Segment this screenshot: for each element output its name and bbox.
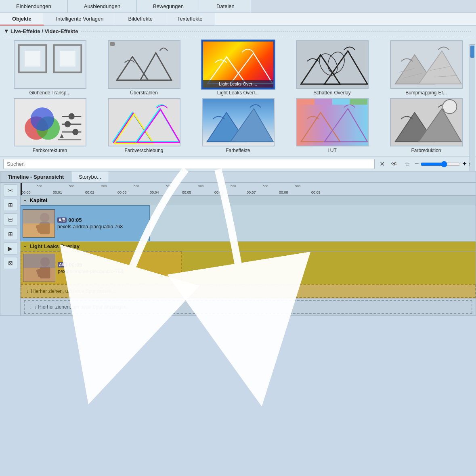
clip-filename: pexels-andrea-piacquadio-768 (57, 224, 148, 230)
svg-point-20 (30, 107, 54, 131)
track-collapse-icon[interactable]: − (24, 198, 26, 203)
zoom-minus-icon[interactable]: − (415, 160, 419, 168)
zoom-slider[interactable] (420, 161, 461, 167)
svg-marker-31 (114, 114, 153, 144)
svg-rect-40 (332, 99, 350, 105)
section-title: Live-Effekte / Video-Effekte (10, 28, 78, 34)
tab-bildeffekte[interactable]: Bildeffekte (116, 13, 165, 25)
svg-rect-38 (297, 99, 315, 105)
tab-timeline[interactable]: Timeline - Spuransicht (0, 171, 71, 182)
svg-marker-27 (60, 134, 64, 138)
effect-farbkorrekturen[interactable]: Farbkorrekturen (4, 98, 96, 153)
tab-intelligente-vorlagen[interactable]: Intelligente Vorlagen (44, 13, 116, 25)
tab-einblendungen[interactable]: Einblendungen (0, 0, 68, 13)
svg-rect-41 (350, 99, 367, 105)
track-kapitel-content: A/B 00:05 pexels-andrea-piacquadio-768 (21, 205, 476, 242)
svg-rect-3 (60, 51, 75, 67)
track-lightleaks-label: Light Leaks Overlay (29, 243, 80, 249)
tab-row-2: Objekte Intelligente Vorlagen Bildeffekt… (0, 13, 476, 26)
tool-layout[interactable]: ⊞ (4, 228, 17, 240)
timeline-tools: ✂ ⊞ ⊟ ⊞ ▶ ⊠ (0, 183, 21, 315)
person-thumb-2 (23, 254, 55, 282)
search-bar: ✕ 👁 ☆ − + ⊗ (0, 157, 476, 171)
tool-scissors[interactable]: ✂ (4, 184, 17, 196)
svg-marker-35 (230, 109, 273, 142)
main-drop-arrow: ↓ (29, 304, 32, 310)
timeline-ruler: 00:00 00:01 00:02 00:03 00:04 00:05 00:0… (21, 183, 476, 196)
effect-label-bumpmapping: Bumpmapping-Ef... (405, 90, 447, 96)
scrollbar[interactable] (470, 44, 475, 186)
effect-farbverschiebung[interactable]: Farbverschiebung (98, 98, 190, 153)
effect-label-farbkorrekturen: Farbkorrekturen (33, 148, 67, 153)
track-kapitel-header: − Kapitel (21, 196, 476, 205)
tooltip-overlay: Light Leaks Overl... (203, 80, 273, 88)
tab-row-1: Einblendungen Ausblendungen Bewegungen D… (0, 0, 476, 13)
timeline-body: ✂ ⊞ ⊟ ⊞ ▶ ⊠ 00:00 00:01 00:02 00:03 00:0… (0, 183, 476, 315)
svg-rect-54 (23, 254, 55, 268)
effect-label-lut: LUT (327, 148, 337, 153)
tab-bewegungen[interactable]: Bewegungen (137, 0, 200, 13)
ab-badge-2: A/B (58, 262, 67, 267)
clip-lightleaks-info: A/B 00:05 pexels-andrea-piacquadio-768 (58, 262, 180, 274)
minus-badge: − (110, 42, 115, 46)
clip-lightleaks-thumbnail (23, 254, 55, 282)
tool-arrange[interactable]: ⊠ (4, 257, 17, 269)
effects-grid: Glühende Transp... − Überstrahlen (0, 37, 476, 157)
tool-play[interactable]: ▶ (4, 242, 17, 255)
svg-rect-39 (315, 99, 332, 105)
star-icon[interactable]: ☆ (403, 159, 411, 169)
effect-farbreduktion[interactable]: Farbreduktion (380, 98, 472, 153)
effect-label-farbeffekte: Farbeffekte (226, 148, 250, 153)
effect-label-schatten: Schatten-Overlay (313, 90, 351, 96)
effect-bumpmapping[interactable]: Bumpmapping-Ef... (380, 40, 472, 96)
clip-lightleaks-1[interactable]: A/B 00:05 pexels-andrea-piacquadio-768 (21, 251, 182, 284)
effect-farbeffekte[interactable]: Farbeffekte (192, 98, 284, 153)
search-input[interactable] (3, 159, 375, 169)
clip-lightleaks-filename: pexels-andrea-piacquadio-768 (58, 269, 180, 274)
tab-objekte[interactable]: Objekte (0, 13, 44, 25)
svg-point-10 (316, 50, 341, 79)
effect-ueberstrahlen[interactable]: − Überstrahlen (98, 40, 190, 96)
zoom-plus-icon[interactable]: + (462, 160, 467, 168)
track-dropzone[interactable]: ↓ Hierher ziehen, um neue Spur anzule... (21, 284, 476, 298)
effect-label-farbreduktion: Farbreduktion (411, 148, 441, 153)
effect-lut[interactable]: LUT (286, 98, 378, 153)
tool-grid1[interactable]: ⊞ (4, 199, 17, 211)
timeline-panel: Timeline - Spuransicht Storybo... ✂ ⊞ ⊟ … (0, 171, 476, 316)
svg-marker-43 (418, 109, 461, 142)
timeline-main: 00:00 00:01 00:02 00:03 00:04 00:05 00:0… (21, 183, 476, 315)
effect-label-ueberstrahlen: Überstrahlen (130, 90, 158, 96)
svg-point-26 (72, 129, 78, 135)
eye-icon[interactable]: 👁 (390, 160, 399, 169)
clip-kapitel-1[interactable]: A/B 00:05 pexels-andrea-piacquadio-768 (21, 205, 150, 241)
effect-lightleaks[interactable]: Light Leaks Overl... Light Leaks Overl..… (192, 40, 284, 96)
tab-texteffekte[interactable]: Texteffekte (165, 13, 215, 25)
ab-badge: A/B (57, 217, 67, 223)
svg-marker-33 (137, 109, 179, 142)
svg-marker-4 (117, 57, 148, 80)
effect-schatten[interactable]: Schatten-Overlay (286, 40, 378, 96)
track-kapitel: − Kapitel (21, 196, 476, 242)
effect-label-lightleaks: Light Leaks Overl... (217, 90, 259, 96)
tool-grid2[interactable]: ⊟ (4, 213, 17, 225)
person-thumb (23, 210, 55, 237)
clip-duration: A/B 00:05 (57, 217, 148, 223)
main-dropzone[interactable]: ↓ ↓ Hierher ziehen, um neue Spur anzuleg… (24, 300, 472, 314)
clear-icon[interactable]: ✕ (378, 159, 386, 169)
clip-lightleaks-duration: A/B 00:05 (58, 262, 180, 268)
track-lightleaks-collapse-icon[interactable]: − (24, 244, 26, 249)
tab-ausblendungen[interactable]: Ausblendungen (68, 0, 137, 13)
scrollbar-thumb[interactable] (470, 46, 474, 58)
track-area: − Kapitel (21, 196, 476, 299)
clip-info: A/B 00:05 pexels-andrea-piacquadio-768 (57, 217, 148, 230)
effect-gluehend[interactable]: Glühende Transp... (4, 40, 96, 96)
tab-dateien[interactable]: Dateien (200, 0, 251, 13)
track-kapitel-label: Kapitel (29, 197, 47, 203)
section-header: ▶ Live-Effekte / Video-Effekte (0, 26, 476, 37)
track-lightleaks-header: − Light Leaks Overlay (21, 242, 476, 251)
timeline-tabs: Timeline - Spuransicht Storybo... (0, 171, 476, 183)
track-lightleaks-content: A/B 00:05 pexels-andrea-piacquadio-768 ↓… (21, 251, 476, 299)
tab-storyboard[interactable]: Storybo... (71, 171, 109, 182)
svg-rect-2 (25, 51, 40, 67)
collapse-icon[interactable]: ▶ (4, 30, 9, 33)
